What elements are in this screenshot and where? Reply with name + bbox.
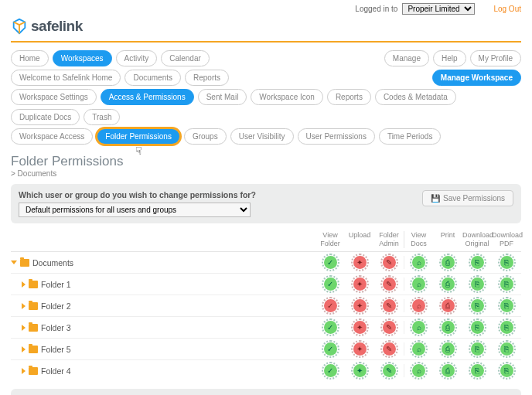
nav-activity[interactable]: Activity (116, 50, 158, 66)
caret-down-icon[interactable] (11, 260, 17, 264)
perm-toggle[interactable]: ⎙ (442, 364, 455, 377)
perm-toggle[interactable]: ✦ (353, 256, 367, 269)
folder-name-cell[interactable]: Documents (11, 258, 315, 267)
folder-name-cell[interactable]: Folder 3 (11, 323, 315, 332)
perm-toggle[interactable]: ⎘ (500, 256, 513, 269)
col-upload-: Upload (345, 231, 374, 248)
perm-toggle[interactable]: ⎘ (471, 342, 484, 356)
perm-toggle[interactable]: ✓ (324, 299, 337, 312)
nav-workspace-icon[interactable]: Workspace Icon (251, 89, 323, 105)
perm-toggle[interactable]: ⎘ (500, 364, 513, 377)
nav-folder-permissions[interactable]: Folder Permissions☟ (97, 128, 180, 145)
folder-name-cell[interactable]: Folder 1 (11, 280, 315, 289)
manage-workspace-button[interactable]: Manage Workspace (432, 70, 521, 86)
perm-toggle[interactable]: ✓ (324, 364, 337, 377)
folder-name-cell[interactable]: Folder 5 (11, 345, 315, 354)
nav-welcome-to-safelink-home[interactable]: Welcome to Safelink Home (11, 70, 121, 86)
save-permissions-button-top[interactable]: 💾 Save Permissions (422, 190, 513, 206)
perm-toggle[interactable]: ⎘ (471, 299, 484, 312)
perm-toggle[interactable]: ⎘ (500, 299, 513, 312)
nav-workspace-access[interactable]: Workspace Access (11, 128, 93, 145)
caret-right-icon[interactable] (22, 368, 26, 374)
folder-icon (29, 324, 38, 332)
perm-toggle[interactable]: ✓ (324, 321, 337, 334)
org-select[interactable]: Propeir Limited (402, 3, 475, 15)
folder-icon (29, 346, 38, 353)
nav-sent-mail[interactable]: Sent Mail (198, 89, 247, 105)
perm-toggle[interactable]: ⌕ (412, 278, 425, 291)
perm-toggle[interactable]: ✎ (383, 256, 396, 269)
perm-toggle[interactable]: ⎘ (471, 364, 484, 377)
logout-link[interactable]: Log Out (493, 5, 521, 13)
perm-toggle[interactable]: ⎘ (500, 321, 513, 334)
nav-documents[interactable]: Documents (124, 70, 181, 86)
nav-my-profile[interactable]: My Profile (470, 50, 521, 66)
col-download-pdf: DownloadPDF (492, 231, 521, 248)
perm-toggle[interactable]: ⎘ (471, 278, 484, 291)
perm-toggle[interactable]: ⎙ (442, 321, 455, 334)
perm-toggle[interactable]: ✦ (353, 342, 367, 356)
folder-name-cell[interactable]: Folder 2 (11, 301, 315, 311)
nav-user-visibility[interactable]: User Visibility (230, 128, 294, 145)
nav-user-permissions[interactable]: User Permissions (298, 128, 375, 145)
perm-toggle[interactable]: ✓ (324, 278, 337, 291)
perm-toggle[interactable]: ⎙ (442, 278, 455, 291)
folder-label: Folder 3 (41, 323, 71, 332)
perm-toggle[interactable]: ✎ (383, 278, 396, 291)
perm-toggle[interactable]: ⌕ (412, 364, 425, 377)
perm-toggle[interactable]: ⌕ (412, 299, 425, 312)
perm-toggle[interactable]: ✦ (353, 364, 367, 377)
perm-toggle[interactable]: ✓ (324, 342, 337, 356)
folder-row: Folder 5✓✦✎⌕⎙⎘⎘ (11, 339, 521, 360)
perm-toggle[interactable]: ⎘ (500, 278, 513, 291)
nav-home[interactable]: Home (11, 50, 49, 66)
logo-text: safelink (31, 18, 83, 35)
folder-label: Folder 2 (41, 301, 71, 311)
folder-name-cell[interactable]: Folder 4 (11, 366, 315, 376)
perm-toggle[interactable]: ✎ (383, 321, 396, 334)
nav-manage[interactable]: Manage (384, 50, 429, 66)
perm-toggle[interactable]: ⌕ (412, 342, 425, 356)
nav-workspace-settings[interactable]: Workspace Settings (11, 89, 97, 105)
nav-time-periods[interactable]: Time Periods (379, 128, 442, 145)
nav-tertiary: Workspace SettingsAccess & PermissionsSe… (0, 87, 532, 127)
perm-toggle[interactable]: ⎙ (442, 342, 455, 356)
perm-toggle[interactable]: ✦ (353, 278, 367, 291)
nav-workspaces[interactable]: Workspaces (53, 50, 112, 66)
perm-toggle[interactable]: ⎘ (471, 256, 484, 269)
topbar: Logged in to Propeir Limited Log Out (0, 0, 532, 16)
nav-trash[interactable]: Trash (84, 109, 120, 125)
caret-right-icon[interactable] (22, 346, 26, 352)
nav-reports[interactable]: Reports (185, 70, 229, 86)
nav-codes-metadata[interactable]: Codes & Metadata (375, 89, 456, 105)
perm-toggle[interactable]: ⎘ (500, 342, 513, 356)
perm-toggle[interactable]: ⎘ (471, 321, 484, 334)
perm-toggle[interactable]: ⎙ (442, 256, 455, 269)
nav-groups[interactable]: Groups (184, 128, 227, 145)
folder-row: Folder 1✓✦✎⌕⎙⎘⎘ (11, 274, 521, 295)
logged-in-label: Logged in to (355, 5, 397, 13)
nav-reports[interactable]: Reports (327, 89, 371, 105)
caret-right-icon[interactable] (22, 325, 26, 331)
perm-toggle[interactable]: ⎙ (442, 299, 455, 312)
filter-panel: Which user or group do you wish to chang… (11, 184, 521, 223)
perm-toggle[interactable]: ⌕ (412, 321, 425, 334)
folder-label: Folder 4 (41, 366, 71, 376)
perm-toggle[interactable]: ✦ (353, 299, 367, 312)
nav-calendar[interactable]: Calendar (161, 50, 210, 66)
nav-access-permissions[interactable]: Access & Permissions (101, 89, 194, 105)
logo-row: safelink (0, 16, 532, 41)
perm-toggle[interactable]: ✦ (353, 321, 367, 334)
nav-duplicate-docs[interactable]: Duplicate Docs (11, 109, 80, 125)
perm-toggle[interactable]: ✎ (383, 364, 396, 377)
caret-right-icon[interactable] (22, 303, 26, 309)
caret-right-icon[interactable] (22, 281, 26, 288)
perm-toggle[interactable]: ⌕ (412, 256, 425, 269)
perm-toggle[interactable]: ✓ (324, 256, 337, 269)
nav-secondary: Welcome to Safelink HomeDocumentsReports… (0, 68, 532, 87)
user-group-select[interactable]: Default permissions for all users and gr… (19, 203, 251, 217)
perm-toggle[interactable]: ✎ (383, 342, 396, 356)
folder-label: Folder 1 (41, 280, 71, 289)
perm-toggle[interactable]: ✎ (383, 299, 396, 312)
nav-help[interactable]: Help (433, 50, 466, 66)
